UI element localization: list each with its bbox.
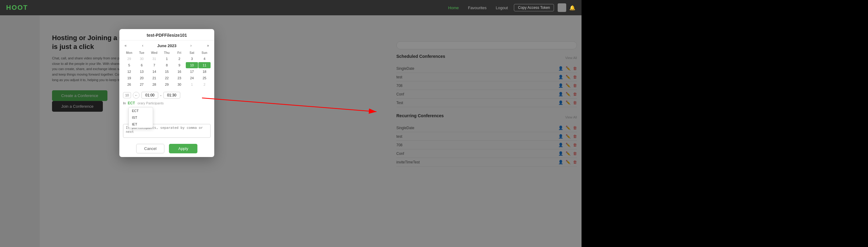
start-time-input[interactable] [142,92,158,98]
end-time-input[interactable] [163,92,180,98]
join-conference-button[interactable]: Join a Conference [52,101,103,112]
cal-day[interactable]: 26 [123,82,135,88]
cal-day-selected-end[interactable]: 11 [198,62,211,68]
search-input[interactable] [396,41,577,49]
app-logo: HOOT [6,4,28,12]
cal-header-thu: Thu [161,50,173,55]
create-conference-button[interactable]: Create a Conference [52,90,107,101]
cal-day[interactable]: 27 [135,82,148,88]
cal-header-sat: Sat [186,50,198,55]
scheduled-title: Scheduled Conferences [396,54,445,59]
main-content: Hosting or Joining a Conference is just … [0,15,582,247]
cancel-button[interactable]: Cancel [136,144,164,153]
cal-day[interactable]: 2 [173,56,185,62]
scheduled-view-all[interactable]: View All [565,56,577,60]
nav-logout[interactable]: Logout [496,5,508,10]
navbar: HOOT Home Favourites Logout Copy Access … [0,0,582,15]
conf-item: 708 👤✏️🗑 [396,82,577,90]
cal-day[interactable]: 13 [135,68,148,75]
tz-option-iet[interactable]: IET [129,121,153,128]
nav-home[interactable]: Home [448,5,459,10]
cal-day[interactable]: 5 [123,62,135,68]
conf-item: 708 👤✏️🗑 [396,141,577,149]
cal-month-label: June 2023 [157,43,177,48]
bell-icon[interactable]: 🔔 [569,5,576,11]
cal-prev-prev-button[interactable]: « [123,43,128,49]
cal-day[interactable]: 9 [173,62,185,68]
sidebar [0,15,40,247]
cal-day[interactable]: 2 [198,82,211,88]
apply-button[interactable]: Apply [169,144,197,153]
nav-favourites[interactable]: Favourites [468,5,487,10]
cal-header-tue: Tue [135,50,148,55]
cal-header-sun: Sun [198,50,211,55]
timezone-row: In ECT orary Participants ECT IST IET [119,100,214,107]
timezone-dropdown-button[interactable]: ECT [126,100,136,106]
calendar: « ‹ June 2023 › » Mon Tue Wed Thu Fri Sa… [119,40,214,90]
user-avatar [558,3,566,12]
cal-day[interactable]: 24 [186,75,198,81]
cal-day[interactable]: 30 [173,82,185,88]
dark-right-panel [582,0,868,247]
conf-item: Conf 👤✏️🗑 [396,90,577,98]
cal-day[interactable]: 25 [198,75,211,81]
calendar-nav: « ‹ June 2023 › » [123,43,211,49]
cal-day[interactable]: 29 [161,82,173,88]
cal-day[interactable]: 14 [148,68,160,75]
cal-day[interactable]: 12 [123,68,135,75]
cal-header-wed: Wed [148,50,160,55]
cal-day[interactable]: 20 [135,75,148,81]
conf-item: SingleDate 👤✏️🗑 [396,124,577,132]
cal-day[interactable]: 17 [186,68,198,75]
cal-day[interactable]: 29 [123,56,135,62]
cal-day[interactable]: 18 [198,68,211,75]
recurring-view-all[interactable]: View All [565,115,577,119]
conf-item: Test 👤✏️🗑 [396,98,577,107]
cal-next-button[interactable]: › [189,43,193,49]
cal-next-next-button[interactable]: » [205,43,211,49]
nav-links: Home Favourites Logout [448,5,508,10]
cal-day[interactable]: 31 [148,56,160,62]
recurring-title: Recurring Conferences [396,113,444,118]
cal-day[interactable]: 16 [173,68,185,75]
conf-item: inviteTimeTest 👤✏️🗑 [396,158,577,166]
cal-day[interactable]: 1 [186,82,198,88]
conf-item: Conf 👤✏️🗑 [396,149,577,158]
conf-item: test 👤✏️🗑 [396,73,577,82]
participants-section-label: orary Participants [137,101,164,105]
cal-day[interactable]: 1 [161,56,173,62]
timezone-label: In [123,101,126,105]
cal-day[interactable]: 28 [148,82,160,88]
timezone-dropdown-list: ECT IST IET [128,107,153,128]
cal-day-selected-start[interactable]: 10 [186,62,198,68]
cal-header-mon: Mon [123,50,135,55]
cal-day[interactable]: 8 [161,62,173,68]
cal-day[interactable]: 30 [135,56,148,62]
time-row: 10 ← - [119,90,214,100]
modal-footer: Cancel Apply [119,142,214,157]
tz-option-ect[interactable]: ECT [129,107,153,114]
cal-day[interactable]: 15 [161,68,173,75]
time-separator: - [160,93,161,98]
cal-day[interactable]: 3 [186,56,198,62]
cal-day[interactable]: 4 [198,56,211,62]
cal-day[interactable]: 22 [161,75,173,81]
tz-option-ist[interactable]: IST [129,114,153,121]
cal-day[interactable]: 7 [148,62,160,68]
modal-dialog: test-PDFFilesize101 « ‹ June 2023 › » Mo… [119,29,214,157]
cal-day[interactable]: 21 [148,75,160,81]
cal-day[interactable]: 23 [173,75,185,81]
copy-token-button[interactable]: Copy Access Token [514,4,554,11]
cal-day[interactable]: 6 [135,62,148,68]
time-back-button[interactable]: ← [133,92,140,98]
cal-day[interactable]: 19 [123,75,135,81]
calendar-grid: Mon Tue Wed Thu Fri Sat Sun 29 30 31 1 2… [123,50,211,88]
cal-prev-button[interactable]: ‹ [141,43,145,49]
conf-item: test 👤✏️🗑 [396,132,577,141]
date-display: 10 [123,92,131,98]
modal-title: test-PDFFilesize101 [119,29,214,40]
cal-header-fri: Fri [173,50,185,55]
scheduled-conferences-section: Scheduled Conferences View All SingleDat… [396,54,577,107]
recurring-conferences-section: Recurring Conferences View All SingleDat… [396,113,577,166]
conf-item: SingleDate 👤✏️🗑 [396,64,577,73]
